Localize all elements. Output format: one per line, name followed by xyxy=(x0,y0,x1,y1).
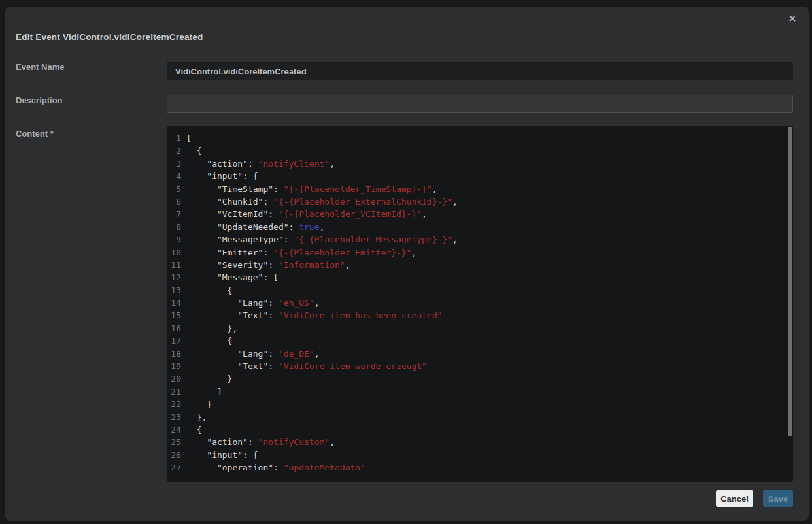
code-line: 3 "action": "notifyClient", xyxy=(167,157,793,170)
line-number: 18 xyxy=(167,348,181,360)
line-number: 7 xyxy=(167,208,181,220)
code-line: 9 "MessageType": "{-{Placeholder_Message… xyxy=(167,233,793,246)
code-line: 20 } xyxy=(167,372,793,385)
line-number: 12 xyxy=(167,271,181,284)
code-line: 27 "operation": "updateMetaData" xyxy=(167,461,793,474)
line-number: 8 xyxy=(167,221,181,233)
line-number: 6 xyxy=(167,195,181,208)
line-number: 5 xyxy=(167,183,181,195)
description-input[interactable] xyxy=(167,95,793,113)
line-number: 24 xyxy=(167,423,181,436)
close-icon[interactable]: ✕ xyxy=(785,12,800,26)
line-number: 14 xyxy=(167,297,181,309)
line-number: 11 xyxy=(167,259,181,271)
code-line: 1[ xyxy=(167,132,793,144)
event-name-input[interactable] xyxy=(167,62,793,80)
code-line: 22 } xyxy=(167,398,793,410)
line-number: 21 xyxy=(167,385,181,398)
code-line: 10 "Emitter": "{-{Placeholder_Emitter}-}… xyxy=(167,246,793,259)
code-line: 15 "Text": "VidiCore item has been creat… xyxy=(167,309,793,321)
code-line: 13 { xyxy=(167,284,793,297)
editor-scrollbar-thumb[interactable] xyxy=(788,127,792,436)
dialog-title: Edit Event VidiControl.vidiCoreItemCreat… xyxy=(16,32,203,42)
content-code-editor[interactable]: 1[2 {3 "action": "notifyClient",4 "input… xyxy=(167,126,793,482)
line-number: 22 xyxy=(167,398,181,410)
description-label: Description xyxy=(16,95,63,105)
content-label: Content * xyxy=(16,129,54,139)
code-line: 4 "input": { xyxy=(167,170,793,182)
code-line: 8 "UpdateNeeded": true, xyxy=(167,221,793,233)
code-line: 26 "input": { xyxy=(167,449,793,461)
line-number: 10 xyxy=(167,246,181,259)
code-line: 14 "Lang": "en_US", xyxy=(167,297,793,309)
code-line: 12 "Message": [ xyxy=(167,271,793,284)
line-number: 23 xyxy=(167,411,181,423)
code-line: 6 "ChunkId": "{-{Placeholder_ExternalChu… xyxy=(167,195,793,208)
line-number: 19 xyxy=(167,360,181,372)
save-button[interactable]: Save xyxy=(763,490,793,507)
line-number: 3 xyxy=(167,157,181,170)
code-line: 19 "Text": "VidiCore item wurde erzeugt" xyxy=(167,360,793,372)
code-line: 7 "VcItemId": "{-{Placeholder_VCItemId}-… xyxy=(167,208,793,220)
code-line: 18 "Lang": "de_DE", xyxy=(167,348,793,360)
code-line: 21 ] xyxy=(167,385,793,398)
line-number: 9 xyxy=(167,233,181,246)
code-line: 24 { xyxy=(167,423,793,436)
line-number: 20 xyxy=(167,372,181,385)
line-number: 4 xyxy=(167,170,181,182)
line-number: 27 xyxy=(167,461,181,474)
line-number: 25 xyxy=(167,436,181,448)
code-line: 25 "action": "notifyCustom", xyxy=(167,436,793,448)
line-number: 16 xyxy=(167,322,181,335)
line-number: 26 xyxy=(167,449,181,461)
code-line: 17 { xyxy=(167,335,793,347)
code-line: 2 { xyxy=(167,144,793,157)
event-name-label: Event Name xyxy=(16,62,64,72)
code-line: 11 "Severity": "Information", xyxy=(167,259,793,271)
code-line: 16 }, xyxy=(167,322,793,335)
code-line: 23 }, xyxy=(167,411,793,423)
line-number: 15 xyxy=(167,309,181,321)
line-number: 17 xyxy=(167,335,181,347)
edit-event-dialog: Edit Event VidiControl.vidiCoreItemCreat… xyxy=(5,7,809,521)
line-number: 13 xyxy=(167,284,181,297)
code-editor-lines: 1[2 {3 "action": "notifyClient",4 "input… xyxy=(167,126,793,474)
cancel-button[interactable]: Cancel xyxy=(716,490,753,507)
line-number: 1 xyxy=(167,132,181,144)
code-line: 5 "TimeStamp": "{-{Placeholder_TimeStamp… xyxy=(167,183,793,195)
line-number: 2 xyxy=(167,144,181,157)
